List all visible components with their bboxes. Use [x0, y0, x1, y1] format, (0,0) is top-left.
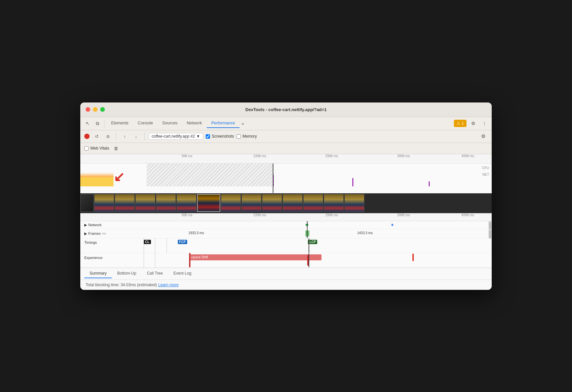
- bottom-ruler: 998 ms 1998 ms 2998 ms 3998 ms 4998 ms: [80, 213, 492, 221]
- playhead: [273, 163, 273, 193]
- download-icon: ↓: [135, 134, 137, 139]
- stop-btn[interactable]: ⊘: [104, 132, 112, 141]
- timeline-area: 998 ms 1998 ms 2998 ms 3998 ms 4998 ms C…: [80, 154, 492, 268]
- experience-track-content: Layout Shift: [113, 253, 492, 267]
- cursor-icon: ↖: [86, 121, 90, 126]
- expand-network-icon: ▶: [84, 223, 87, 227]
- stop-icon: ⊘: [106, 134, 110, 139]
- screenshot-11: [324, 194, 344, 212]
- record-toolbar: ↺ ⊘ ↑ ↓ coffee-cart.netlify.app #2 ▼ Scr…: [80, 130, 492, 143]
- network-vline: [307, 221, 308, 229]
- tab-section: Elements Console Sources Network Perform…: [107, 119, 246, 128]
- tab-elements[interactable]: Elements: [107, 119, 133, 128]
- memory-checkbox-label[interactable]: Memory: [237, 134, 257, 139]
- bottom-tabs: Summary Bottom-Up Call Tree Event Log: [80, 268, 492, 280]
- memory-checkbox[interactable]: [237, 134, 241, 139]
- maximize-button[interactable]: [100, 107, 105, 112]
- net-bar-2: [392, 224, 393, 226]
- arrow-indicator: ↙: [113, 170, 125, 183]
- lcp-badge: LCP: [308, 240, 317, 244]
- exp-dash-2: [155, 253, 155, 267]
- web-vitals-bar: Web Vitals 🗑: [80, 143, 492, 154]
- screenshot-7: [242, 194, 261, 212]
- exp-vline: [309, 253, 309, 267]
- screenshots-checkbox[interactable]: [206, 134, 210, 139]
- refresh-icon: ↺: [95, 134, 99, 139]
- experience-track-label: Experience: [80, 253, 113, 260]
- tab-network[interactable]: Network: [182, 119, 207, 128]
- title-bar: DevTools - coffee-cart.netlify.app/?ad=1: [80, 102, 492, 117]
- web-vitals-text: Web Vitals: [90, 146, 109, 151]
- status-text: Total blocking time: 34.03ms (estimated): [86, 283, 157, 287]
- window-title: DevTools - coffee-cart.netlify.app/?ad=1: [246, 107, 327, 112]
- record-btn[interactable]: [84, 134, 90, 139]
- tab-sources[interactable]: Sources: [158, 119, 182, 128]
- screenshot-12: [344, 194, 364, 212]
- layout-shift-start-marker: [189, 253, 190, 267]
- trash-icon: 🗑: [114, 146, 118, 151]
- close-button[interactable]: [86, 107, 90, 112]
- ruler2-1998: 1998 ms: [253, 213, 266, 217]
- learn-more-link[interactable]: Learn more: [158, 283, 179, 287]
- upload-icon: ↑: [124, 134, 126, 139]
- ruler2-3998: 3998 ms: [397, 213, 410, 217]
- ruler2-4998: 4998 ms: [462, 213, 474, 217]
- timings-track[interactable]: Timings CL FCP LCP: [80, 238, 492, 253]
- trash-btn[interactable]: 🗑: [112, 144, 120, 153]
- minimize-button[interactable]: [93, 107, 98, 112]
- web-vitals-checkbox[interactable]: [84, 146, 89, 151]
- minimap[interactable]: CPU NET ↙: [80, 163, 492, 193]
- more-options-btn[interactable]: ⋮: [480, 119, 489, 128]
- warning-badge-btn[interactable]: ⚠ 1: [454, 120, 466, 127]
- dash-3: [167, 238, 167, 253]
- exp-red-thin: [412, 254, 414, 261]
- selection-area: [147, 163, 273, 186]
- ruler-1998: 1998 ms: [253, 154, 266, 158]
- layers-icon-btn[interactable]: ⧉: [93, 119, 102, 128]
- tab-event-log[interactable]: Event Log: [168, 269, 197, 278]
- expand-frames-icon: ▶: [84, 231, 87, 236]
- frames-track-content: 1933.3 ms 1433.3 ms: [113, 229, 488, 238]
- frames-vline: [307, 229, 308, 238]
- screenshots-checkbox-label[interactable]: Screenshots: [206, 134, 234, 139]
- ruler-3998: 3998 ms: [397, 154, 410, 158]
- session-selector[interactable]: coffee-cart.netlify.app #2 ▼: [149, 133, 203, 140]
- tracks-container: ▶ Network ▶ Frames m: [80, 221, 492, 268]
- web-vitals-label[interactable]: Web Vitals: [84, 146, 109, 151]
- frames-track[interactable]: ▶ Frames ms 1933.3 ms 1433.3 ms: [80, 229, 492, 238]
- cpu-spike-3: [429, 181, 430, 186]
- cl-badge: CL: [144, 240, 151, 244]
- screenshot-initial: [80, 194, 94, 212]
- screenshot-3: [135, 194, 155, 212]
- frame-time-1: 1933.3 ms: [188, 231, 204, 235]
- performance-settings-btn[interactable]: ⚙: [478, 132, 488, 141]
- screenshot-5: [177, 194, 196, 212]
- fcp-badge: FCP: [178, 240, 187, 244]
- refresh-btn[interactable]: ↺: [92, 132, 101, 141]
- ruler-4998: 4998 ms: [462, 154, 474, 158]
- layers-icon: ⧉: [96, 121, 99, 126]
- experience-track[interactable]: Experience Layout Shift: [80, 253, 492, 268]
- dash-1: [144, 238, 144, 253]
- layout-shift-bar: Layout Shift: [189, 254, 322, 260]
- more-icon: ⋮: [482, 121, 487, 126]
- timings-track-content: CL FCP LCP: [113, 238, 492, 253]
- tab-summary[interactable]: Summary: [84, 269, 112, 278]
- upload-btn[interactable]: ↑: [120, 132, 129, 141]
- track-scrollbar-2[interactable]: [488, 229, 492, 238]
- track-scrollbar-1[interactable]: [488, 221, 492, 229]
- tab-performance[interactable]: Performance: [207, 119, 240, 128]
- download-btn[interactable]: ↓: [132, 132, 140, 141]
- tab-console[interactable]: Console: [133, 119, 158, 128]
- traffic-lights: [86, 107, 105, 112]
- screenshot-1: [94, 194, 114, 212]
- tab-bottom-up[interactable]: Bottom-Up: [112, 269, 141, 278]
- more-tabs-btn[interactable]: »: [240, 120, 246, 127]
- ruler-2998: 2998 ms: [325, 154, 338, 158]
- top-ruler: 998 ms 1998 ms 2998 ms 3998 ms 4998 ms: [80, 154, 492, 163]
- network-track[interactable]: ▶ Network: [80, 221, 492, 229]
- frames-track-label: ▶ Frames ms: [80, 231, 113, 236]
- settings-btn[interactable]: ⚙: [468, 119, 478, 128]
- cursor-icon-btn[interactable]: ↖: [83, 119, 92, 128]
- tab-call-tree[interactable]: Call Tree: [142, 269, 168, 278]
